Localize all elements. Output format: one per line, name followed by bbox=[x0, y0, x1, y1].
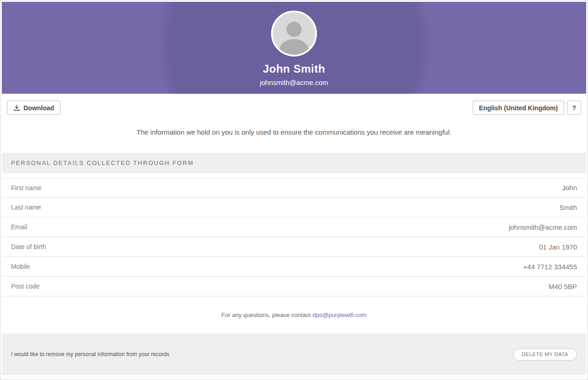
field-label: Date of birth bbox=[11, 243, 46, 250]
download-icon bbox=[13, 104, 20, 111]
field-value: johnsmith@acme.com bbox=[509, 223, 577, 231]
language-button[interactable]: English (United Kingdom) bbox=[473, 101, 565, 115]
field-label: Last name bbox=[11, 204, 41, 211]
delete-data-text: I would like to remove my personal infor… bbox=[11, 351, 170, 357]
profile-name: John Smith bbox=[2, 62, 586, 75]
field-value: Smith bbox=[560, 204, 577, 211]
field-value: 01 Jan 1970 bbox=[539, 243, 577, 251]
field-label: First name bbox=[11, 184, 41, 192]
table-row: First name John bbox=[2, 178, 586, 198]
contact-prefix: For any questions, please contact bbox=[221, 312, 311, 318]
delete-data-bar: I would like to remove my personal infor… bbox=[2, 334, 586, 375]
details-table: First name John Last name Smith Email jo… bbox=[2, 178, 586, 296]
table-row: Post code M40 5BP bbox=[2, 277, 586, 296]
help-button[interactable]: ? bbox=[567, 101, 581, 115]
person-icon bbox=[273, 12, 315, 55]
table-row: Last name Smith bbox=[2, 198, 586, 217]
download-button[interactable]: Download bbox=[7, 101, 61, 115]
table-row: Mobile +44 7712 334455 bbox=[2, 257, 586, 277]
delete-my-data-button[interactable]: DELETE MY DATA bbox=[513, 348, 577, 361]
contact-line: For any questions, please contact dpo@pu… bbox=[2, 296, 586, 334]
dpo-email-link[interactable]: dpo@purplewifi.com bbox=[312, 312, 367, 318]
avatar bbox=[271, 11, 317, 57]
section-header: PERSONAL DETAILS COLLECTED THROUGH FORM bbox=[2, 153, 586, 173]
field-value: M40 5BP bbox=[548, 283, 577, 290]
toolbar: Download English (United Kingdom) ? bbox=[2, 94, 586, 122]
profile-header: John Smith johnsmith@acme.com bbox=[2, 2, 586, 94]
field-label: Post code bbox=[11, 283, 40, 290]
profile-page: John Smith johnsmith@acme.com Download E… bbox=[0, 0, 588, 380]
toolbar-right: English (United Kingdom) ? bbox=[473, 101, 581, 115]
intro-text: The information we hold on you is only u… bbox=[2, 128, 586, 136]
field-label: Mobile bbox=[11, 263, 30, 270]
profile-email: johnsmith@acme.com bbox=[2, 79, 586, 86]
field-value: John bbox=[562, 184, 577, 192]
download-button-label: Download bbox=[23, 104, 54, 112]
field-label: Email bbox=[11, 223, 27, 231]
table-row: Date of birth 01 Jan 1970 bbox=[2, 237, 586, 257]
field-value: +44 7712 334455 bbox=[523, 263, 577, 271]
table-row: Email johnsmith@acme.com bbox=[2, 217, 586, 237]
